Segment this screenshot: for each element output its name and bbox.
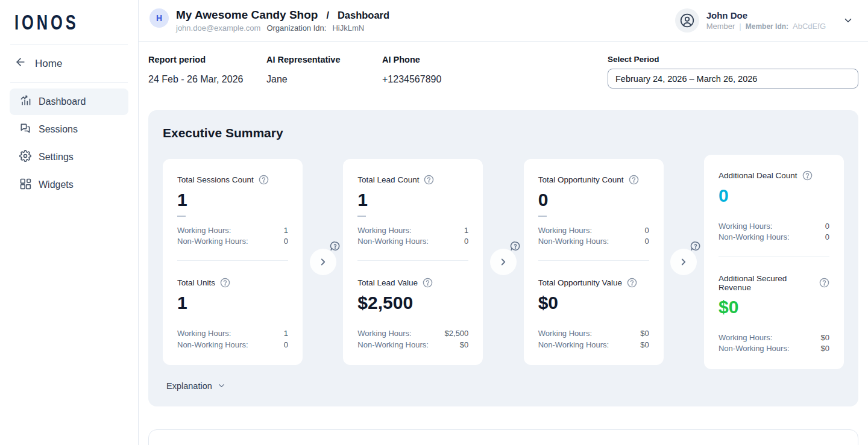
nonworking-hours-value: 0	[284, 340, 288, 350]
help-circle-icon[interactable]	[629, 175, 639, 185]
nonworking-hours-label: Non-Working Hours:	[177, 236, 248, 247]
report-period-field: Report period 24 Feb - 26 Mar, 2026	[148, 55, 266, 85]
report-period-value: 24 Feb - 26 Mar, 2026	[148, 74, 266, 85]
metric-underline	[538, 216, 547, 217]
working-hours-value: 1	[464, 225, 468, 236]
metric-label: Additional Deal Count	[719, 171, 797, 180]
working-hours-label: Working Hours:	[719, 332, 772, 343]
user-role: Member	[706, 22, 735, 31]
message-question-icon[interactable]	[690, 240, 702, 255]
explanation-toggle[interactable]: Explanation	[163, 378, 230, 397]
help-circle-icon[interactable]	[259, 175, 269, 185]
select-period-label: Select Period	[608, 55, 858, 64]
content-area: Report period 24 Feb - 26 Mar, 2026 AI R…	[139, 42, 868, 445]
nonworking-hours-label: Non-Working Hours:	[719, 232, 790, 243]
nonworking-hours-value: 0	[284, 236, 288, 247]
home-label: Home	[35, 58, 62, 70]
working-hours-label: Working Hours:	[719, 221, 772, 232]
executive-summary-title: Executive Summary	[163, 126, 844, 140]
user-email: john.doe@example.com	[176, 23, 260, 33]
metric-label: Total Sessions Count	[177, 175, 254, 184]
chevron-down-icon	[217, 381, 226, 390]
metric-cards-row: Total Sessions Count 1 Working Hours:1 N…	[163, 155, 844, 369]
title-block: My Awesome Candy Shop / Dashboard john.d…	[176, 8, 389, 33]
card-divider	[538, 260, 649, 261]
working-hours-label: Working Hours:	[357, 225, 411, 236]
sidebar-item-sessions[interactable]: Sessions	[10, 116, 128, 143]
card-connector	[664, 249, 704, 275]
help-circle-icon[interactable]	[819, 278, 829, 288]
top-header: H My Awesome Candy Shop / Dashboard john…	[139, 0, 868, 42]
nonworking-hours-label: Non-Working Hours:	[538, 340, 609, 350]
report-period-label: Report period	[148, 55, 266, 64]
message-question-icon[interactable]	[509, 240, 521, 255]
select-period-input[interactable]	[608, 69, 858, 89]
working-hours-label: Working Hours:	[177, 225, 231, 236]
working-hours-value: $0	[821, 332, 829, 343]
metric-label: Total Opportunity Count	[538, 175, 624, 184]
chevron-right-button[interactable]	[490, 249, 517, 275]
help-circle-icon[interactable]	[424, 175, 434, 185]
ai-phone-value: +1234567890	[382, 74, 515, 85]
executive-summary-section: Executive Summary Total Sessions Count 1…	[148, 110, 858, 406]
sidebar-item-widgets[interactable]: Widgets	[10, 172, 128, 198]
ai-representative-value: Jane	[266, 74, 382, 85]
metric-label: Total Opportunity Value	[538, 278, 622, 287]
user-name: John Doe	[706, 10, 826, 20]
card-divider	[357, 260, 468, 261]
explanation-label: Explanation	[166, 381, 212, 391]
metric-label: Total Lead Count	[357, 175, 419, 184]
chat-bubbles-icon	[19, 122, 31, 137]
nonworking-hours-label: Non-Working Hours:	[719, 343, 790, 354]
chevron-right-button[interactable]	[670, 249, 697, 275]
help-circle-icon[interactable]	[802, 170, 813, 181]
nonworking-hours-label: Non-Working Hours:	[177, 340, 248, 350]
pipe-divider: |	[739, 22, 741, 31]
header-subline: john.doe@example.com Organization Idn: H…	[176, 23, 389, 33]
breadcrumb-separator: /	[326, 10, 329, 21]
report-info-bar: Report period 24 Feb - 26 Mar, 2026 AI R…	[139, 42, 868, 101]
metric-card-leads: Total Lead Count 1 Working Hours:1 Non-W…	[343, 159, 483, 366]
user-meta: John Doe Member | Member Idn: AbCdEfG	[706, 10, 826, 31]
org-idn-value: HiJkLmN	[332, 23, 364, 33]
user-menu[interactable]: John Doe Member | Member Idn: AbCdEfG	[675, 8, 854, 33]
chevron-right-button[interactable]	[310, 249, 336, 275]
message-question-icon[interactable]	[329, 240, 341, 255]
sidebar-item-dashboard[interactable]: Dashboard	[10, 89, 128, 115]
card-connector	[303, 249, 343, 275]
arrow-left-icon	[14, 56, 27, 71]
nonworking-hours-label: Non-Working Hours:	[357, 236, 429, 247]
metric-label: Additional Secured Revenue	[719, 274, 814, 292]
metric-value: $2,500	[357, 293, 468, 313]
metric-underline	[177, 216, 186, 217]
metric-underline	[357, 216, 366, 217]
working-hours-label: Working Hours:	[177, 328, 231, 339]
sidebar-nav: Dashboard Sessions Settings Widgets	[0, 82, 138, 204]
help-circle-icon[interactable]	[423, 278, 433, 288]
card-divider	[177, 260, 288, 261]
sidebar-item-home[interactable]: Home	[0, 45, 138, 82]
ai-phone-field: AI Phone +1234567890	[382, 55, 515, 85]
metric-label: Total Units	[177, 278, 215, 287]
working-hours-value: 0	[644, 225, 649, 236]
help-circle-icon[interactable]	[220, 278, 230, 288]
nonworking-hours-value: $0	[460, 340, 468, 350]
metric-value: 0	[538, 190, 649, 210]
shop-avatar: H	[149, 8, 169, 28]
working-hours-label: Working Hours:	[357, 328, 411, 339]
gear-icon	[19, 150, 31, 164]
metric-card-opportunities: Total Opportunity Count 0 Working Hours:…	[524, 159, 664, 366]
sidebar-item-label: Sessions	[39, 124, 78, 135]
sidebar-item-label: Settings	[39, 152, 74, 163]
help-circle-icon[interactable]	[627, 278, 637, 288]
chevron-down-icon[interactable]	[843, 15, 854, 26]
sidebar: IONOS Home Dashboard Sessions	[0, 0, 139, 445]
app-root: IONOS Home Dashboard Sessions	[0, 0, 868, 445]
metric-label: Total Lead Value	[357, 278, 418, 287]
working-hours-label: Working Hours:	[538, 328, 592, 339]
ai-representative-label: AI Representative	[266, 55, 382, 64]
metric-value: 1	[177, 190, 288, 210]
sidebar-item-settings[interactable]: Settings	[10, 144, 128, 170]
ionos-logo: IONOS	[0, 0, 138, 45]
shop-title: My Awesome Candy Shop	[176, 8, 318, 22]
